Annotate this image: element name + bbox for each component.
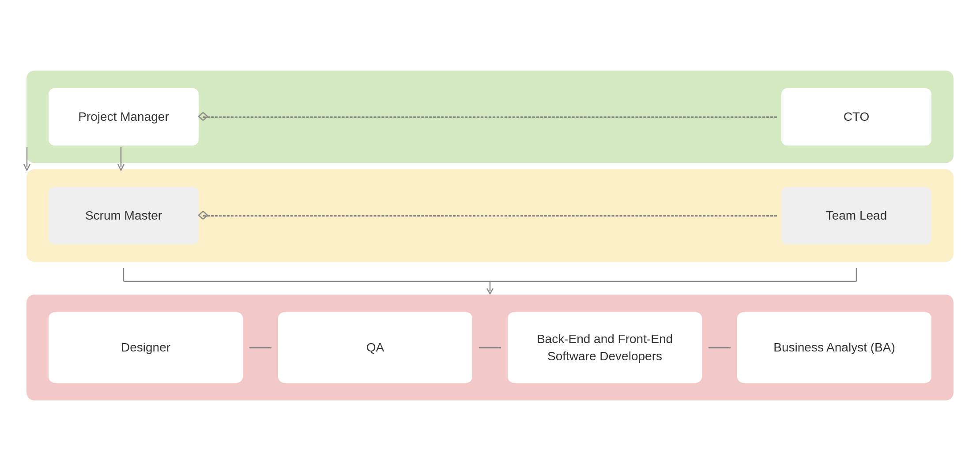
green-lane: Project Manager CTO <box>26 71 954 163</box>
bottom-row: Designer QA Back-End and Front-End Softw… <box>49 312 931 383</box>
qa-node: QA <box>278 312 472 383</box>
cto-label: CTO <box>844 108 870 125</box>
developers-label: Back-End and Front-End Software Develope… <box>521 330 689 365</box>
ba-node: Business Analyst (BA) <box>737 312 931 383</box>
developers-node: Back-End and Front-End Software Develope… <box>508 312 702 383</box>
yellow-connector <box>203 215 777 216</box>
inter-lane-connector <box>26 268 954 295</box>
team-lead-node: Team Lead <box>781 187 931 244</box>
green-dashed-line <box>203 116 777 118</box>
designer-qa-connector <box>247 347 274 348</box>
connector-line-3 <box>709 347 731 348</box>
yellow-lane: Scrum Master Team Lead <box>26 169 954 262</box>
project-manager-label: Project Manager <box>78 108 169 125</box>
yellow-dashed-line <box>203 215 777 217</box>
cto-node: CTO <box>781 88 931 146</box>
designer-label: Designer <box>121 339 170 356</box>
bottom-bracket-icon <box>121 169 125 174</box>
project-manager-node: Project Manager <box>49 88 199 146</box>
diagram-wrapper: Project Manager CTO <box>26 71 954 400</box>
scrum-master-node: Scrum Master <box>49 187 199 244</box>
dev-ba-connector <box>706 347 733 348</box>
bracket-arrow-svg <box>26 268 954 295</box>
qa-label: QA <box>366 339 384 356</box>
green-connector <box>203 116 777 117</box>
connector-line-1 <box>249 347 271 348</box>
qa-dev-connector <box>477 347 503 348</box>
connector-line-2 <box>479 347 501 348</box>
ba-label: Business Analyst (BA) <box>773 339 895 356</box>
team-lead-label: Team Lead <box>826 207 887 224</box>
designer-node: Designer <box>49 312 243 383</box>
pink-lane: Designer QA Back-End and Front-End Softw… <box>26 295 954 400</box>
scrum-master-label: Scrum Master <box>85 207 162 224</box>
